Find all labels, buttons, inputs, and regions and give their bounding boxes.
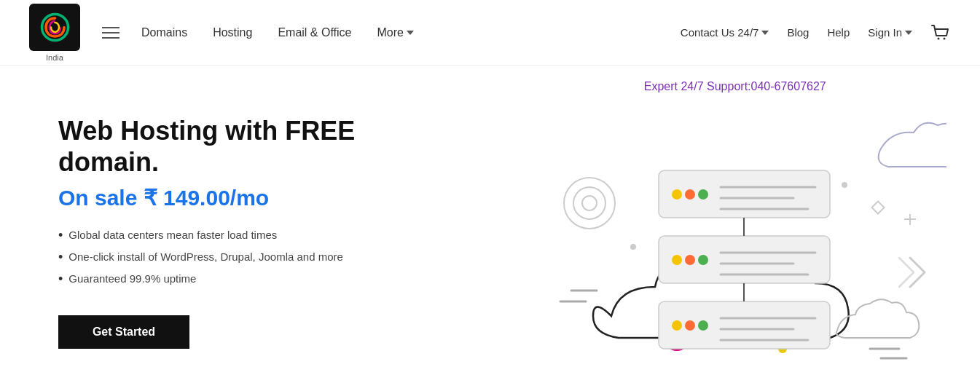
- svg-point-34: [672, 320, 682, 331]
- main-content: Web Hosting with FREE domain. On sale ₹ …: [0, 66, 980, 391]
- nav-blog[interactable]: Blog: [787, 26, 809, 39]
- chevron-down-icon: [905, 31, 912, 35]
- svg-point-5: [582, 196, 597, 210]
- svg-rect-19: [659, 170, 830, 218]
- chevron-down-icon: [761, 31, 769, 35]
- feature-item: One-click install of WordPress, Drupal, …: [58, 250, 447, 265]
- svg-point-36: [698, 320, 708, 331]
- logo-box[interactable]: [29, 4, 80, 51]
- nav-hosting[interactable]: Hosting: [213, 26, 252, 39]
- svg-point-22: [698, 189, 708, 200]
- svg-point-29: [698, 255, 708, 265]
- svg-point-28: [685, 255, 695, 265]
- nav-right: Contact Us 24/7 Blog Help Sign In: [681, 23, 951, 43]
- features-list: Global data centers mean faster load tim…: [58, 229, 447, 293]
- hero-illustration: [524, 90, 946, 367]
- cart-icon[interactable]: [930, 23, 951, 43]
- header: India Domains Hosting Email & Office Mor…: [0, 0, 980, 66]
- svg-rect-33: [659, 301, 830, 349]
- nav-domains[interactable]: Domains: [141, 26, 187, 39]
- region-label: India: [46, 53, 63, 62]
- nav-contact[interactable]: Contact Us 24/7: [681, 26, 769, 39]
- hamburger-menu[interactable]: [102, 27, 119, 39]
- svg-point-9: [630, 244, 636, 250]
- svg-point-35: [685, 320, 695, 331]
- svg-point-2: [944, 37, 946, 39]
- nav-signin[interactable]: Sign In: [868, 26, 912, 39]
- nav-more[interactable]: More: [377, 26, 413, 39]
- chevron-down-icon: [407, 31, 414, 35]
- svg-rect-26: [659, 236, 830, 283]
- nav-email-office[interactable]: Email & Office: [278, 26, 351, 39]
- feature-item: Guaranteed 99.9% uptime: [58, 272, 447, 287]
- svg-point-4: [573, 187, 605, 219]
- left-panel: Web Hosting with FREE domain. On sale ₹ …: [0, 66, 490, 391]
- svg-point-11: [842, 182, 847, 188]
- svg-point-20: [672, 189, 682, 200]
- right-panel: Expert 24/7 Support:040-67607627: [490, 66, 981, 391]
- svg-point-21: [685, 189, 695, 200]
- feature-item: Global data centers mean faster load tim…: [58, 229, 447, 243]
- svg-point-27: [672, 255, 682, 265]
- godaddy-logo-icon: [39, 11, 71, 44]
- main-heading: Web Hosting with FREE domain.: [58, 115, 447, 178]
- get-started-button[interactable]: Get Started: [58, 315, 189, 349]
- svg-point-3: [564, 178, 615, 229]
- nav-help[interactable]: Help: [827, 26, 850, 39]
- sale-price: On sale ₹ 149.00/mo: [58, 185, 447, 210]
- svg-rect-6: [871, 201, 884, 213]
- svg-point-1: [938, 37, 940, 39]
- logo-area: India: [29, 4, 80, 62]
- nav-left: Domains Hosting Email & Office More: [141, 26, 681, 39]
